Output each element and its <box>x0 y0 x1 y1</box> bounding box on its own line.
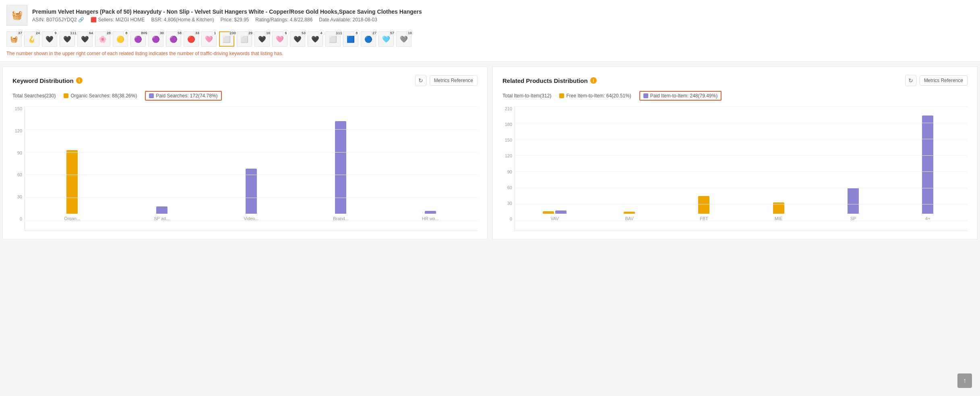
listing-item[interactable]: 27 🔵 <box>361 31 376 47</box>
bar-label: VAV <box>550 216 558 221</box>
bsr-label: BSR: 4,806(Home & Kitchen) <box>151 17 214 23</box>
listing-count: 57 <box>389 30 395 36</box>
bar-wrap <box>66 105 78 214</box>
bar-label: Organ... <box>64 216 80 221</box>
listing-item[interactable]: 8 🟦 <box>343 31 358 47</box>
y-axis-label: 120 <box>12 128 25 133</box>
purple-bar <box>922 116 933 214</box>
bar-group: FBT <box>671 105 737 221</box>
charts-row: Keyword Distribution i ↻ Metrics Referen… <box>0 66 980 239</box>
related-paid-legend-highlighted: Paid Item-to-Item: 248(79.49%) <box>639 91 722 101</box>
keyword-chart-area: 0306090120150 Organ...SP ad...Video...Br… <box>12 106 478 231</box>
listing-item[interactable]: 10 🩶 <box>396 31 411 47</box>
listing-item[interactable]: 33 🔴 <box>184 31 199 47</box>
listing-item[interactable]: 4 🖤 <box>308 31 323 47</box>
bar-label: MIE <box>775 216 783 221</box>
listing-count: 8 <box>354 30 360 36</box>
related-info-icon[interactable]: i <box>590 77 597 84</box>
free-dot <box>559 93 564 98</box>
listing-item[interactable]: 805 🟣 <box>130 31 146 47</box>
product-header: 🧺 Premium Velvet Hangers (Pack of 50) He… <box>6 5 974 26</box>
bar-group: SP ad... <box>121 105 202 221</box>
paid-dot <box>149 93 154 98</box>
bar-label: HR wo... <box>422 216 439 221</box>
related-refresh-button[interactable]: ↻ <box>905 75 916 86</box>
listing-item[interactable]: 58 🟣 <box>166 31 181 47</box>
listing-item[interactable]: 24 🪝 <box>24 31 39 47</box>
related-chart-title: Related Products Distribution i <box>502 77 597 84</box>
keyword-organic-legend: Organic Searches: 88(38.26%) <box>64 93 137 99</box>
listing-count: 64 <box>88 30 94 36</box>
keyword-y-axis: 0306090120150 <box>12 106 25 231</box>
keyword-legend: Total Searches(230) Organic Searches: 88… <box>12 91 478 101</box>
bar-wrap <box>246 105 257 214</box>
listing-item[interactable]: 64 🖤 <box>77 31 93 47</box>
listing-item[interactable]: 1 🩷 <box>201 31 217 47</box>
bar-label: SP <box>850 216 856 221</box>
bar-group: Organ... <box>31 105 113 221</box>
listing-item[interactable]: 111 🖤 <box>60 31 75 47</box>
bar-label: SP ad... <box>154 216 170 221</box>
bar-wrap <box>425 105 436 214</box>
keyword-paid-legend-highlighted: Paid Searches: 172(74.78%) <box>145 91 221 101</box>
keyword-refresh-button[interactable]: ↻ <box>415 75 426 86</box>
listing-count: 805 <box>141 30 147 36</box>
keyword-info-icon[interactable]: i <box>76 77 83 84</box>
listing-count: 10 <box>265 30 271 36</box>
related-total-label: Total Item-to-Item(312) <box>502 93 551 99</box>
y-axis-label: 90 <box>12 151 25 155</box>
purple-bar <box>335 121 346 214</box>
sellers-label: 🟥 Sellers: MIZGI HOME <box>91 17 145 23</box>
listing-count: 10 <box>407 30 413 36</box>
bar-wrap <box>698 105 709 214</box>
listing-count: 28 <box>105 30 112 36</box>
listing-item[interactable]: 30 🟣 <box>148 31 163 47</box>
keyword-chart-title: Keyword Distribution i <box>12 77 83 84</box>
orange-bar <box>66 150 78 214</box>
bar-label: 4+ <box>925 216 930 221</box>
bar-wrap <box>543 105 566 214</box>
listing-item[interactable]: 29 ⬜ <box>237 31 252 47</box>
bar-wrap <box>156 105 167 214</box>
listing-count: 24 <box>35 30 41 36</box>
listing-count: 6 <box>283 30 289 36</box>
related-chart-controls: ↻ Metrics Reference <box>905 75 968 86</box>
listing-item[interactable]: 10 🖤 <box>254 31 270 47</box>
related-listings-row: 37 🧺 24 🪝 9 🖤 111 🖤 64 🖤 28 🌸 8 🟡 805 🟣 … <box>6 29 974 49</box>
listing-item[interactable]: 9 🖤 <box>42 31 57 47</box>
keyword-distribution-panel: Keyword Distribution i ↻ Metrics Referen… <box>2 66 488 239</box>
listing-count: 1 <box>212 30 218 36</box>
listing-item[interactable]: 230 ⬜ <box>219 31 234 47</box>
y-axis-label: 30 <box>502 201 515 206</box>
listing-count: 53 <box>300 30 307 36</box>
bar-wrap <box>773 105 784 214</box>
bar-group: BAV <box>596 105 662 221</box>
related-metrics-ref-button[interactable]: Metrics Reference <box>920 75 968 86</box>
listing-count: 30 <box>159 30 165 36</box>
listing-item[interactable]: 53 🖤 <box>290 31 305 47</box>
listing-item[interactable]: 6 🩷 <box>272 31 287 47</box>
listing-item[interactable]: 111 ⬜ <box>325 31 341 47</box>
bar-wrap <box>624 105 635 214</box>
related-y-axis: 0306090120150180210 <box>502 106 515 231</box>
asin-label: ASIN: B07G5JYDQ2 🔗 <box>32 17 84 23</box>
product-meta: ASIN: B07G5JYDQ2 🔗 🟥 Sellers: MIZGI HOME… <box>32 17 422 23</box>
keyword-chart-controls: ↻ Metrics Reference <box>415 75 478 86</box>
listing-count: 58 <box>176 30 183 36</box>
bar-wrap <box>335 105 346 214</box>
listing-item[interactable]: 57 🩵 <box>378 31 394 47</box>
listing-item[interactable]: 8 🟡 <box>113 31 128 47</box>
listing-item[interactable]: 37 🧺 <box>6 31 22 47</box>
bar-group: HR wo... <box>390 105 471 221</box>
bar-group: MIE <box>745 105 812 221</box>
keyword-metrics-ref-button[interactable]: Metrics Reference <box>430 75 478 86</box>
y-axis-label: 0 <box>12 217 25 221</box>
bar-group: Video... <box>211 105 292 221</box>
purple-bar <box>156 206 167 214</box>
purple-bar <box>555 210 566 214</box>
listing-count: 27 <box>371 30 378 36</box>
related-products-panel: Related Products Distribution i ↻ Metric… <box>492 66 978 239</box>
bar-group: 4+ <box>895 105 961 221</box>
listing-item[interactable]: 28 🌸 <box>95 31 110 47</box>
purple-bar <box>425 211 436 214</box>
